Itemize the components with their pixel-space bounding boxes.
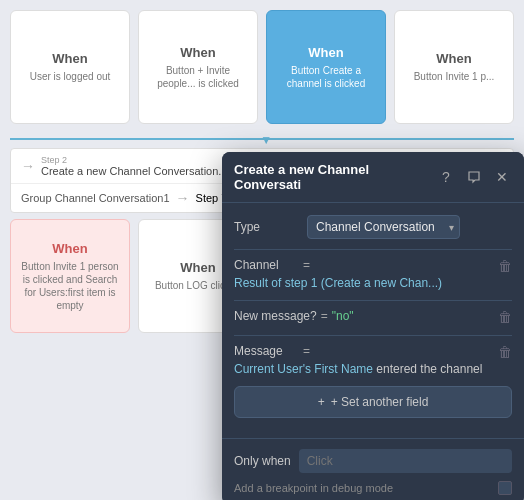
workflow-card-5[interactable]: When Button Invite 1 person is clicked a… [10,219,130,333]
card-desc: Button Create a channel is clicked [275,64,377,90]
new-message-equals: = [321,309,328,323]
channel-label: Channel [234,258,299,272]
modal-title: Create a new Channel Conversati [234,162,436,192]
create-channel-modal: Create a new Channel Conversati ? ✕ Type… [222,152,524,500]
card-desc: Button Invite 1 p... [414,70,495,83]
add-field-label: + Set another field [331,395,429,409]
new-message-value[interactable]: "no" [332,309,354,323]
mid-arrow: → [176,190,190,206]
only-when-label: Only when [234,454,291,468]
breakpoint-row: Add a breakpoint in debug mode [234,481,512,495]
group-channel-node: Group Channel Conversation1 [21,192,170,204]
modal-header: Create a new Channel Conversati ? ✕ [222,152,524,203]
divider-2 [234,300,512,301]
comment-icon[interactable] [464,167,484,187]
add-field-button[interactable]: + + Set another field [234,386,512,418]
channel-equals: = [303,258,310,272]
help-icon[interactable]: ? [436,167,456,187]
type-field-row: Type Channel Conversation [234,215,512,239]
new-message-label: New message? [234,309,317,323]
card-desc: Button Invite 1 person is clicked and Se… [19,260,121,312]
message-static-part: entered the channel [373,362,482,376]
type-select-wrapper[interactable]: Channel Conversation [307,215,460,239]
message-label: Message [234,344,299,358]
message-field-content: Message = Current User's First Name ente… [234,344,492,376]
step2-arrow: → [21,158,35,174]
modal-body: Type Channel Conversation Channel = Resu… [222,203,524,438]
workflow-card-4[interactable]: When Button Invite 1 p... [394,10,514,124]
new-message-field-row: New message? = "no" 🗑 [234,309,512,325]
connector-arrow: ▼ [0,130,524,148]
card-when-label: When [436,51,471,66]
card-when-label: When [180,260,215,275]
only-when-row: Only when [234,449,512,473]
channel-field-content: Channel = Result of step 1 (Create a new… [234,258,492,290]
divider-1 [234,249,512,250]
channel-value[interactable]: Result of step 1 (Create a new Chan...) [234,276,442,290]
workflow-card-3[interactable]: When Button Create a channel is clicked [266,10,386,124]
divider-3 [234,335,512,336]
cards-row-1: When User is logged out When Button + In… [0,0,524,130]
type-select[interactable]: Channel Conversation [307,215,460,239]
new-message-trash-icon[interactable]: 🗑 [498,309,512,325]
channel-field-row: Channel = Result of step 1 (Create a new… [234,258,512,290]
type-label: Type [234,220,299,234]
plus-icon: + [318,395,325,409]
channel-trash-icon[interactable]: 🗑 [498,258,512,274]
breakpoint-checkbox[interactable] [498,481,512,495]
modal-header-icons: ? ✕ [436,167,512,187]
only-when-input[interactable] [299,449,512,473]
card-when-label: When [52,241,87,256]
workflow-card-2[interactable]: When Button + Invite people... is clicke… [138,10,258,124]
workflow-card-1[interactable]: When User is logged out [10,10,130,124]
breakpoint-label: Add a breakpoint in debug mode [234,482,490,494]
modal-footer: Only when Add a breakpoint in debug mode [222,438,524,500]
new-message-field-content: New message? = "no" [234,309,492,323]
message-field-row: Message = Current User's First Name ente… [234,344,512,376]
message-equals: = [303,344,310,358]
card-desc: Button + Invite people... is clicked [147,64,249,90]
card-when-label: When [52,51,87,66]
message-value[interactable]: Current User's First Name entered the ch… [234,362,482,376]
card-when-label: When [308,45,343,60]
card-when-label: When [180,45,215,60]
close-icon[interactable]: ✕ [492,167,512,187]
card-desc: User is logged out [30,70,111,83]
message-trash-icon[interactable]: 🗑 [498,344,512,360]
message-dynamic-part: Current User's First Name [234,362,373,376]
step2-desc: Create a new Channel Conversation... [41,165,228,177]
